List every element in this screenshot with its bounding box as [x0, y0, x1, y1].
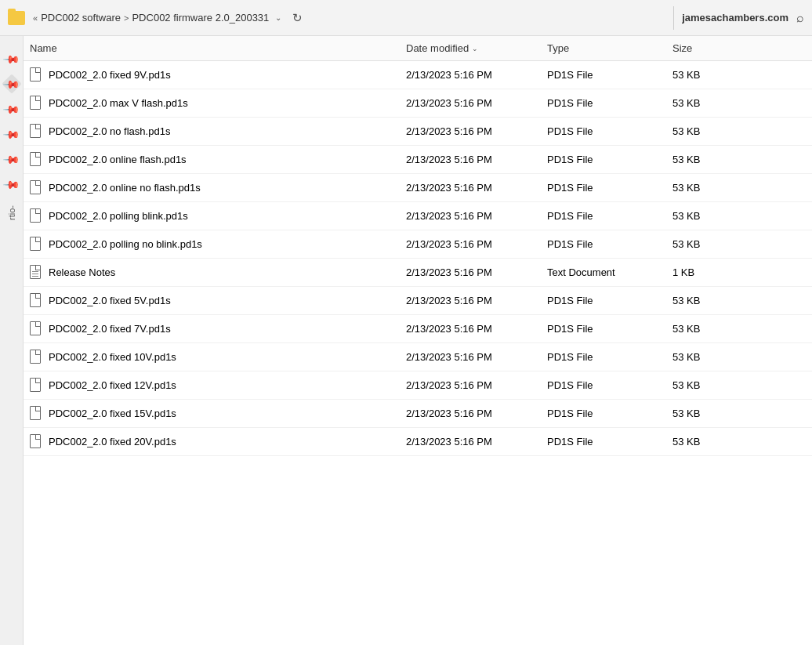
file-list: PDC002_2.0 fixed 9V.pd1s2/13/2023 5:16 P… [24, 61, 812, 456]
file-name: PDC002_2.0 fixed 9V.pd1s [49, 69, 171, 81]
col-date-header[interactable]: Date modified ⌄ [400, 36, 541, 60]
file-page-icon [30, 321, 41, 335]
sort-chevron-icon: ⌄ [472, 45, 478, 53]
file-type: PD1S File [541, 295, 666, 306]
table-row[interactable]: PDC002_2.0 fixed 15V.pd1s2/13/2023 5:16 … [24, 400, 812, 428]
table-row[interactable]: PDC002_2.0 fixed 7V.pd1s2/13/2023 5:16 P… [24, 315, 812, 343]
file-size: 53 KB [666, 351, 745, 363]
file-date: 2/13/2023 5:16 PM [400, 97, 541, 109]
file-size: 53 KB [666, 182, 745, 194]
breadcrumb: « PDC002 software > PDC002 firmware 2.0_… [30, 9, 665, 27]
table-row[interactable]: PDC002_2.0 polling no blink.pd1s2/13/202… [24, 230, 812, 259]
file-type: PD1S File [541, 154, 666, 165]
file-name-cell: PDC002_2.0 fixed 20V.pd1s [24, 434, 400, 450]
address-separator [673, 6, 674, 30]
table-row[interactable]: PDC002_2.0 online no flash.pd1s2/13/2023… [24, 174, 812, 202]
file-name-cell: Release Notes [24, 265, 400, 281]
file-name: PDC002_2.0 polling blink.pd1s [49, 210, 188, 222]
file-date: 2/13/2023 5:16 PM [400, 154, 541, 165]
breadcrumb-separator: > [124, 13, 129, 23]
breadcrumb-chevron-left: « [33, 13, 38, 23]
main-layout: 📌 📌 📌 📌 📌 📌 rtio- Name Date modified ⌄ T… [0, 36, 812, 645]
table-row[interactable]: Release Notes2/13/2023 5:16 PMText Docum… [24, 259, 812, 287]
file-type: PD1S File [541, 210, 666, 222]
file-date: 2/13/2023 5:16 PM [400, 210, 541, 222]
file-name-cell: PDC002_2.0 fixed 12V.pd1s [24, 378, 400, 393]
file-type: PD1S File [541, 182, 666, 194]
file-date: 2/13/2023 5:16 PM [400, 379, 541, 391]
file-size: 53 KB [666, 295, 745, 306]
file-type: PD1S File [541, 238, 666, 250]
file-name-cell: PDC002_2.0 fixed 5V.pd1s [24, 293, 400, 309]
table-row[interactable]: PDC002_2.0 polling blink.pd1s2/13/2023 5… [24, 202, 812, 230]
file-size: 53 KB [666, 154, 745, 165]
file-size: 53 KB [666, 69, 745, 81]
sidebar-label: rtio- [7, 205, 16, 220]
pin-icon-6[interactable]: 📌 [2, 174, 21, 194]
file-page-icon [30, 406, 41, 420]
breadcrumb-current[interactable]: PDC002 firmware 2.0_200331 [132, 12, 269, 24]
file-name-cell: PDC002_2.0 fixed 15V.pd1s [24, 406, 400, 422]
file-type: PD1S File [541, 408, 666, 419]
pin-icon-1[interactable]: 📌 [2, 49, 21, 68]
file-name: PDC002_2.0 fixed 12V.pd1s [49, 379, 176, 391]
file-date: 2/13/2023 5:16 PM [400, 125, 541, 137]
table-row[interactable]: PDC002_2.0 fixed 12V.pd1s2/13/2023 5:16 … [24, 371, 812, 400]
file-name: PDC002_2.0 fixed 5V.pd1s [49, 295, 171, 306]
file-name: PDC002_2.0 fixed 20V.pd1s [49, 436, 176, 448]
file-page-icon [30, 67, 41, 82]
file-name-cell: PDC002_2.0 online flash.pd1s [24, 152, 400, 168]
file-type: PD1S File [541, 351, 666, 363]
file-size: 53 KB [666, 379, 745, 391]
file-area[interactable]: Name Date modified ⌄ Type Size PDC002_2.… [24, 36, 812, 645]
breadcrumb-parent[interactable]: PDC002 software [41, 12, 121, 24]
chevron-down-icon[interactable]: ⌄ [275, 13, 281, 22]
file-date: 2/13/2023 5:16 PM [400, 182, 541, 194]
col-name-header[interactable]: Name [24, 36, 400, 60]
pin-icon-5[interactable]: 📌 [2, 149, 21, 168]
file-date: 2/13/2023 5:16 PM [400, 69, 541, 81]
refresh-button[interactable]: ↻ [288, 9, 307, 27]
file-date: 2/13/2023 5:16 PM [400, 295, 541, 306]
file-name: PDC002_2.0 online no flash.pd1s [49, 182, 201, 194]
file-name: PDC002_2.0 max V flash.pd1s [49, 97, 188, 109]
file-name: PDC002_2.0 polling no blink.pd1s [49, 238, 202, 250]
file-type: Text Document [541, 266, 666, 278]
file-page-icon [30, 350, 41, 364]
file-date: 2/13/2023 5:16 PM [400, 351, 541, 363]
table-row[interactable]: PDC002_2.0 fixed 20V.pd1s2/13/2023 5:16 … [24, 428, 812, 456]
pin-icon-3[interactable]: 📌 [2, 99, 21, 118]
pin-icon-2[interactable]: 📌 [2, 74, 21, 93]
website-area: jamesachambers.com ⌕ [682, 11, 804, 25]
file-page-icon [30, 378, 41, 392]
file-size: 53 KB [666, 323, 745, 335]
file-page-icon [30, 180, 41, 194]
text-document-icon [30, 265, 41, 279]
file-name: PDC002_2.0 fixed 7V.pd1s [49, 323, 171, 335]
file-size: 53 KB [666, 97, 745, 109]
file-page-icon [30, 152, 41, 166]
pin-icon-4[interactable]: 📌 [2, 124, 21, 143]
search-icon[interactable]: ⌕ [796, 11, 804, 25]
file-type: PD1S File [541, 323, 666, 335]
top-bar: « PDC002 software > PDC002 firmware 2.0_… [0, 0, 812, 36]
file-size: 53 KB [666, 436, 745, 448]
file-size: 53 KB [666, 210, 745, 222]
table-row[interactable]: PDC002_2.0 fixed 10V.pd1s2/13/2023 5:16 … [24, 343, 812, 371]
table-row[interactable]: PDC002_2.0 no flash.pd1s2/13/2023 5:16 P… [24, 118, 812, 146]
table-row[interactable]: PDC002_2.0 max V flash.pd1s2/13/2023 5:1… [24, 89, 812, 118]
file-date: 2/13/2023 5:16 PM [400, 266, 541, 278]
file-name-cell: PDC002_2.0 polling no blink.pd1s [24, 237, 400, 252]
table-row[interactable]: PDC002_2.0 online flash.pd1s2/13/2023 5:… [24, 146, 812, 174]
file-type: PD1S File [541, 69, 666, 81]
file-date: 2/13/2023 5:16 PM [400, 238, 541, 250]
file-name: PDC002_2.0 fixed 10V.pd1s [49, 351, 176, 363]
table-row[interactable]: PDC002_2.0 fixed 9V.pd1s2/13/2023 5:16 P… [24, 61, 812, 89]
file-name-cell: PDC002_2.0 fixed 10V.pd1s [24, 350, 400, 365]
table-row[interactable]: PDC002_2.0 fixed 5V.pd1s2/13/2023 5:16 P… [24, 287, 812, 315]
file-page-icon [30, 237, 41, 251]
file-name: Release Notes [49, 266, 115, 278]
file-type: PD1S File [541, 125, 666, 137]
file-page-icon [30, 293, 41, 307]
file-name-cell: PDC002_2.0 fixed 7V.pd1s [24, 321, 400, 337]
